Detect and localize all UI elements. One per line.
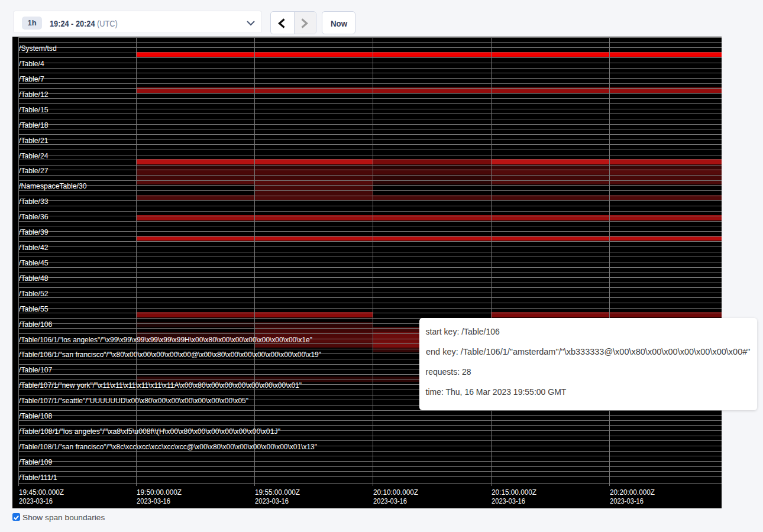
svg-text:/Table/106: /Table/106 [19,320,52,329]
svg-text:/Table/42: /Table/42 [19,244,49,252]
svg-text:/Table/18: /Table/18 [19,121,49,129]
svg-text:/Table/111/1: /Table/111/1 [19,473,57,482]
svg-text:2023-03-16: 2023-03-16 [19,497,53,505]
svg-text:/Table/107: /Table/107 [19,366,52,374]
svg-text:/Table/7: /Table/7 [19,75,44,83]
svg-text:/Table/55: /Table/55 [19,305,49,313]
svg-text:/Table/108: /Table/108 [19,412,52,420]
svg-text:/Table/108/1/"san francisco"/": /Table/108/1/"san francisco"/"\x8c\xcc\x… [19,443,317,451]
svg-text:/Table/52: /Table/52 [19,290,49,298]
svg-text:/Table/107/1/"new york"/"\x11\: /Table/107/1/"new york"/"\x11\x11\x11\x1… [19,381,302,390]
svg-text:19:55:00.000Z: 19:55:00.000Z [255,488,300,497]
svg-text:/Table/36: /Table/36 [19,213,49,221]
svg-text:/Table/4: /Table/4 [19,60,44,68]
svg-text:/Table/15: /Table/15 [19,106,49,114]
svg-text:/Table/39: /Table/39 [19,228,49,236]
svg-text:/Table/21: /Table/21 [19,137,49,145]
svg-text:/Table/27: /Table/27 [19,167,49,175]
svg-text:2023-03-16: 2023-03-16 [492,497,525,505]
svg-text:/Table/45: /Table/45 [19,259,49,267]
svg-text:20:15:00.000Z: 20:15:00.000Z [492,488,536,497]
svg-text:2023-03-16: 2023-03-16 [610,497,644,505]
svg-text:/Table/106/1/"los angeles"/"\x: /Table/106/1/"los angeles"/"\x99\x99\x99… [19,336,312,344]
svg-text:/Table/24: /Table/24 [19,152,49,160]
svg-text:20:20:00.000Z: 20:20:00.000Z [610,488,655,497]
svg-text:2023-03-16: 2023-03-16 [137,497,170,505]
svg-text:/Table/12: /Table/12 [19,90,49,99]
svg-text:/Table/107/1/"seattle"/"UUUUUU: /Table/107/1/"seattle"/"UUUUUUD\x00\x80\… [19,397,248,405]
svg-text:2023-03-16: 2023-03-16 [373,497,407,505]
svg-text:/Table/109: /Table/109 [19,458,52,466]
svg-text:/Table/48: /Table/48 [19,274,49,283]
svg-text:/NamespaceTable/30: /NamespaceTable/30 [19,182,87,190]
svg-text:/Table/106/1/"san francisco"/": /Table/106/1/"san francisco"/"\x80\x00\x… [19,351,321,359]
svg-text:19:50:00.000Z: 19:50:00.000Z [137,488,182,497]
svg-text:/System/tsd: /System/tsd [19,44,57,53]
svg-text:20:10:00.000Z: 20:10:00.000Z [373,488,418,497]
svg-text:19:45:00.000Z: 19:45:00.000Z [19,488,64,497]
svg-text:/Table/108/1/"los angeles"/"\x: /Table/108/1/"los angeles"/"\xa8\xf5\u00… [19,427,280,436]
svg-text:2023-03-16: 2023-03-16 [255,497,289,505]
svg-text:/Table/33: /Table/33 [19,197,49,206]
